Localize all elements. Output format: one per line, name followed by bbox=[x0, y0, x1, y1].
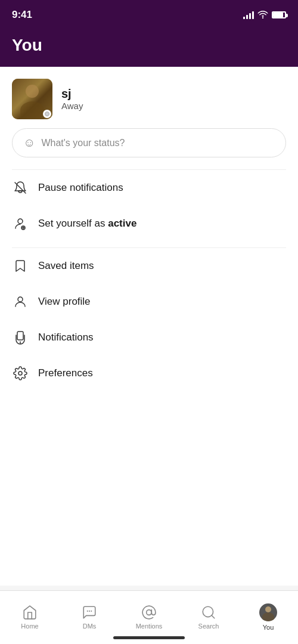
home-icon bbox=[22, 605, 38, 620]
avatar-wrapper bbox=[12, 79, 52, 119]
view-profile-item[interactable]: View profile bbox=[0, 284, 298, 320]
preferences-label: Preferences bbox=[38, 367, 93, 379]
section-gap bbox=[0, 242, 298, 247]
main-content: sj Away ☺ What's your status? Pause noti… bbox=[0, 67, 298, 586]
pause-notifications-label: Pause notifications bbox=[38, 182, 123, 194]
svg-rect-7 bbox=[17, 332, 23, 340]
svg-point-10 bbox=[87, 610, 88, 611]
svg-point-0 bbox=[262, 17, 263, 18]
notifications-icon bbox=[12, 329, 29, 346]
preferences-icon bbox=[12, 365, 29, 382]
nav-search[interactable]: Search bbox=[179, 600, 238, 630]
page-title: You bbox=[12, 36, 286, 55]
nav-search-label: Search bbox=[198, 623, 219, 630]
search-icon bbox=[201, 605, 216, 620]
view-profile-label: View profile bbox=[38, 296, 91, 308]
nav-home[interactable]: Home bbox=[0, 600, 60, 630]
svg-point-12 bbox=[91, 610, 92, 611]
set-active-item[interactable]: Set yourself as active bbox=[0, 206, 298, 242]
signal-icon bbox=[243, 11, 254, 19]
svg-point-11 bbox=[89, 610, 90, 611]
status-dot bbox=[43, 110, 51, 118]
dms-icon bbox=[82, 605, 97, 620]
status-emoji-icon: ☺ bbox=[23, 136, 35, 150]
notifications-label: Notifications bbox=[38, 332, 94, 343]
battery-icon bbox=[272, 11, 286, 18]
set-active-label: Set yourself as active bbox=[38, 218, 136, 230]
nav-you-label: You bbox=[263, 624, 274, 631]
nav-dms-label: DMs bbox=[83, 623, 97, 630]
pause-notifications-icon bbox=[12, 179, 29, 196]
status-bar: 9:41 bbox=[0, 0, 298, 30]
nav-dms[interactable]: DMs bbox=[60, 600, 119, 630]
nav-mentions-label: Mentions bbox=[136, 623, 163, 630]
saved-items-icon bbox=[12, 258, 29, 274]
profile-name: sj bbox=[61, 87, 83, 101]
you-avatar bbox=[259, 603, 277, 621]
set-active-icon bbox=[12, 215, 29, 232]
nav-home-label: Home bbox=[21, 623, 38, 630]
svg-point-13 bbox=[147, 609, 152, 615]
mentions-icon bbox=[141, 605, 157, 620]
status-time: 9:41 bbox=[12, 9, 32, 21]
profile-status-text: Away bbox=[61, 101, 83, 111]
svg-point-9 bbox=[18, 371, 22, 375]
notifications-item[interactable]: Notifications bbox=[0, 320, 298, 355]
profile-info: sj Away bbox=[61, 87, 83, 111]
status-input[interactable]: ☺ What's your status? bbox=[12, 128, 286, 157]
svg-point-6 bbox=[18, 297, 23, 302]
saved-items-item[interactable]: Saved items bbox=[0, 248, 298, 284]
status-placeholder: What's your status? bbox=[41, 138, 125, 148]
svg-line-15 bbox=[212, 615, 215, 618]
wifi-icon bbox=[257, 10, 268, 20]
status-input-wrapper: ☺ What's your status? bbox=[0, 128, 298, 169]
header: You bbox=[0, 30, 298, 67]
preferences-item[interactable]: Preferences bbox=[0, 355, 298, 391]
status-icons bbox=[243, 10, 286, 20]
svg-point-2 bbox=[18, 219, 23, 224]
saved-items-label: Saved items bbox=[38, 260, 94, 272]
home-indicator bbox=[113, 636, 185, 639]
pause-notifications-item[interactable]: Pause notifications bbox=[0, 170, 298, 206]
profile-section[interactable]: sj Away bbox=[0, 67, 298, 128]
nav-you[interactable]: You bbox=[238, 599, 298, 631]
view-profile-icon bbox=[12, 293, 29, 310]
nav-mentions[interactable]: Mentions bbox=[119, 600, 179, 630]
